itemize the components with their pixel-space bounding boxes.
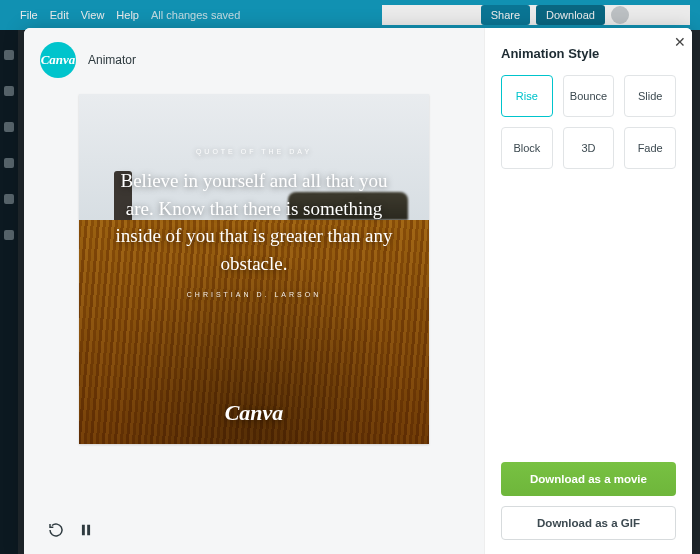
design-preview: Quote of the Day Believe in yourself and… [79,94,429,444]
close-icon[interactable]: ✕ [674,34,686,50]
style-slide[interactable]: Slide [624,75,676,117]
download-movie-button[interactable]: Download as a movie [501,462,676,496]
style-block[interactable]: Block [501,127,553,169]
style-grid: Rise Bounce Slide Block 3D Fade [501,75,676,169]
preview-pane: Canva Animator Quote of the Day Believe … [24,28,484,554]
preview-subtitle: Quote of the Day [196,148,312,155]
style-rise[interactable]: Rise [501,75,553,117]
restart-icon[interactable] [48,522,64,538]
canva-badge-icon: Canva [40,42,76,78]
download-gif-button[interactable]: Download as a GIF [501,506,676,540]
svg-rect-1 [87,525,90,536]
style-bounce[interactable]: Bounce [563,75,615,117]
animator-modal: Canva Animator Quote of the Day Believe … [24,28,692,554]
svg-rect-0 [82,525,85,536]
playback-controls [24,506,484,554]
preview-canva-watermark: Canva [79,400,429,426]
preview-text-overlay: Quote of the Day Believe in yourself and… [79,94,429,444]
preview-author: Christian D. Larson [187,291,321,298]
pause-icon[interactable] [78,522,94,538]
preview-quote-text: Believe in yourself and all that you are… [115,167,393,277]
animation-panel: Animation Style Rise Bounce Slide Block … [484,28,692,554]
modal-title: Animator [88,53,136,67]
style-fade[interactable]: Fade [624,127,676,169]
style-3d[interactable]: 3D [563,127,615,169]
panel-title: Animation Style [501,46,676,61]
modal-header: Canva Animator [24,28,484,88]
